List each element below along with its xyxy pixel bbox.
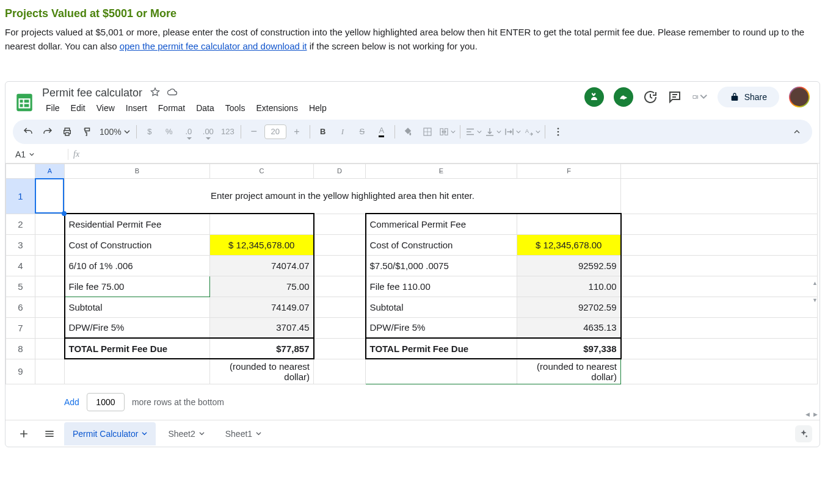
cell-res-file-label[interactable]: File fee 75.00 <box>65 276 210 297</box>
print-button[interactable] <box>58 123 76 141</box>
cell-res-cost-label[interactable]: Cost of Construction <box>65 234 210 255</box>
cell-com-file-val[interactable]: 110.00 <box>517 276 621 297</box>
cell-com-total-label[interactable]: TOTAL Permit Fee Due <box>366 338 517 359</box>
col-header-E[interactable]: E <box>366 164 517 178</box>
menu-format[interactable]: Format <box>153 101 190 115</box>
vertical-scroll-arrows[interactable]: ▲▼ <box>812 280 820 303</box>
add-rows-button[interactable]: Add <box>64 397 79 407</box>
row-header-7[interactable]: 7 <box>6 317 35 338</box>
cell-res-rounded[interactable]: (rounded to nearest dollar) <box>210 359 314 384</box>
borders-button[interactable] <box>418 123 437 141</box>
select-all-cell[interactable] <box>6 164 35 178</box>
cell-res-subtotal-label[interactable]: Subtotal <box>65 297 210 317</box>
collapse-toolbar-button[interactable] <box>788 123 806 141</box>
cell-res-total-label[interactable]: TOTAL Permit Fee Due <box>65 338 210 359</box>
explore-button[interactable] <box>795 425 812 442</box>
col-header-A[interactable]: A <box>35 164 65 178</box>
cell-com-rate-label[interactable]: $7.50/$1,000 .0075 <box>366 255 517 276</box>
cloud-status-icon[interactable] <box>167 87 178 99</box>
menu-help[interactable]: Help <box>304 101 332 115</box>
row-header-2[interactable]: 2 <box>6 214 35 234</box>
cell-res-head[interactable]: Residential Permit Fee <box>65 214 210 234</box>
row-header-8[interactable]: 8 <box>6 338 35 359</box>
cell-res-dpw-val[interactable]: 3707.45 <box>210 317 314 338</box>
text-rotation-button[interactable]: A <box>523 123 541 141</box>
cell-com-rounded[interactable]: (rounded to nearest dollar) <box>517 359 621 384</box>
fill-color-button[interactable] <box>399 123 417 141</box>
col-header-C[interactable]: C <box>210 164 314 178</box>
cell-A1[interactable] <box>35 178 65 214</box>
font-size-decrease-button[interactable]: − <box>245 123 263 141</box>
menu-file[interactable]: File <box>41 101 65 115</box>
cell-res-dpw-label[interactable]: DPW/Fire 5% <box>65 317 210 338</box>
paint-format-button[interactable] <box>78 123 96 141</box>
open-calculator-link[interactable]: open the permit fee calculator and downl… <box>120 41 307 51</box>
row-header-6[interactable]: 6 <box>6 297 35 317</box>
text-wrap-button[interactable] <box>503 123 522 141</box>
cell-com-file-label[interactable]: File fee 110.00 <box>366 276 517 297</box>
format-123-button[interactable]: 123 <box>219 123 237 141</box>
format-currency-button[interactable]: $ <box>140 123 159 141</box>
menu-insert[interactable]: Insert <box>121 101 152 115</box>
format-percent-button[interactable]: % <box>160 123 178 141</box>
share-button[interactable]: Share <box>718 87 779 107</box>
meet-icon[interactable] <box>692 90 708 104</box>
bold-button[interactable]: B <box>314 123 332 141</box>
row-header-9[interactable]: 9 <box>6 359 35 384</box>
menu-extensions[interactable]: Extensions <box>251 101 302 115</box>
cell-res-cost-val[interactable]: $ 12,345,678.00 <box>210 234 314 255</box>
decrease-decimal-button[interactable]: .0 <box>180 123 198 141</box>
cell-res-subtotal-val[interactable]: 74149.07 <box>210 297 314 317</box>
increase-decimal-button[interactable]: .00 <box>199 123 217 141</box>
cell-com-subtotal-val[interactable]: 92702.59 <box>517 297 621 317</box>
cell-com-rate-val[interactable]: 92592.59 <box>517 255 621 276</box>
row-header-1[interactable]: 1 <box>6 178 35 214</box>
name-box[interactable]: A1 <box>13 149 63 159</box>
tab-sheet1[interactable]: Sheet1 <box>217 422 270 445</box>
font-size-increase-button[interactable]: + <box>288 123 306 141</box>
zoom-dropdown[interactable]: 100% <box>97 127 133 137</box>
document-title[interactable]: Permit fee calculator <box>41 87 144 99</box>
add-rows-input[interactable] <box>87 393 125 411</box>
undo-button[interactable] <box>19 123 37 141</box>
redo-button[interactable] <box>38 123 57 141</box>
merge-cells-button[interactable] <box>438 123 456 141</box>
spreadsheet-grid[interactable]: A B C D E F 1 Enter project amount in th… <box>5 164 820 420</box>
menu-view[interactable]: View <box>92 101 120 115</box>
menu-tools[interactable]: Tools <box>220 101 250 115</box>
cell-com-head[interactable]: Commerical Permit Fee <box>366 214 517 234</box>
row-header-4[interactable]: 4 <box>6 255 35 276</box>
history-icon[interactable] <box>643 90 658 104</box>
sheets-logo-icon[interactable] <box>13 87 36 116</box>
cell-com-blank-grn[interactable] <box>366 359 517 384</box>
cell-title[interactable]: Enter project amount in the yellow highl… <box>65 178 621 214</box>
cell-res-file-val[interactable]: 75.00 <box>210 276 314 297</box>
star-icon[interactable] <box>150 87 161 99</box>
vertical-align-button[interactable] <box>484 123 502 141</box>
row-header-5[interactable]: 5 <box>6 276 35 297</box>
tab-permit-calculator[interactable]: Permit Calculator <box>64 422 156 445</box>
cell-res-rate-label[interactable]: 6/10 of 1% .006 <box>65 255 210 276</box>
comments-icon[interactable] <box>667 90 682 104</box>
cell-com-subtotal-label[interactable]: Subtotal <box>366 297 517 317</box>
cell-com-dpw-val[interactable]: 4635.13 <box>517 317 621 338</box>
cell-com-cost-val[interactable]: $ 12,345,678.00 <box>517 234 621 255</box>
account-avatar[interactable] <box>789 87 810 107</box>
col-header-blank[interactable] <box>621 164 818 178</box>
text-color-button[interactable]: A <box>373 123 391 141</box>
cell-com-cost-label[interactable]: Cost of Construction <box>366 234 517 255</box>
all-sheets-button[interactable] <box>38 424 60 444</box>
col-header-F[interactable]: F <box>517 164 621 178</box>
horizontal-scroll-arrows[interactable]: ◀▶ <box>805 411 820 417</box>
collab-badge-1-icon[interactable] <box>584 87 604 107</box>
strikethrough-button[interactable]: S <box>353 123 371 141</box>
cell-com-total-val[interactable]: $97,338 <box>517 338 621 359</box>
more-toolbar-button[interactable] <box>549 123 567 141</box>
menu-edit[interactable]: Edit <box>66 101 90 115</box>
row-header-3[interactable]: 3 <box>6 234 35 255</box>
col-header-B[interactable]: B <box>65 164 210 178</box>
horizontal-align-button[interactable] <box>464 123 482 141</box>
cell-res-rate-val[interactable]: 74074.07 <box>210 255 314 276</box>
add-sheet-button[interactable] <box>13 424 35 444</box>
active-cell-handle[interactable] <box>62 211 67 216</box>
